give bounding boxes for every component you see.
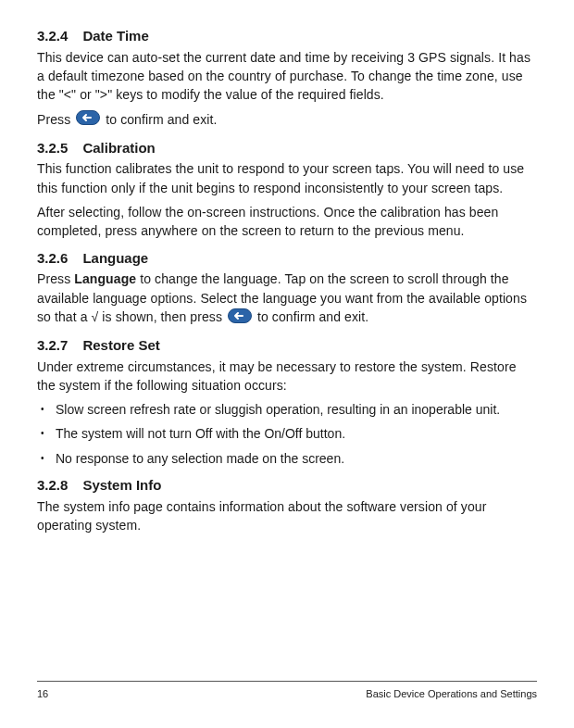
paragraph: After selecting, follow the on-screen in… [37, 203, 537, 241]
document-body: 3.2.4Date TimeThis device can auto-set t… [37, 26, 537, 534]
paragraph: This device can auto-set the current dat… [37, 48, 537, 105]
chapter-title: Basic Device Operations and Settings [366, 687, 537, 702]
page-footer: 16 Basic Device Operations and Settings [37, 681, 537, 702]
section-title: Language [82, 250, 148, 266]
bullet-item: The system will not turn Off with the On… [37, 424, 537, 443]
paragraph: The system info page contains informatio… [37, 497, 537, 535]
back-arrow-icon [228, 308, 252, 328]
section-heading: 3.2.8System Info [37, 475, 537, 496]
section-number: 3.2.8 [37, 475, 68, 496]
back-arrow-icon [76, 110, 100, 130]
bullet-list: Slow screen refresh rate or sluggish ope… [37, 400, 537, 468]
paragraph: This function calibrates the unit to res… [37, 159, 537, 197]
section-title: System Info [82, 477, 161, 493]
paragraph: Press Language to change the language. T… [37, 270, 537, 328]
section-heading: 3.2.7Restore Set [37, 335, 537, 356]
paragraph: Under extreme circumstances, it may be n… [37, 358, 537, 395]
page-number: 16 [37, 687, 48, 702]
bullet-item: Slow screen refresh rate or sluggish ope… [37, 400, 537, 419]
section-title: Date Time [82, 28, 148, 44]
section-heading: 3.2.5Calibration [37, 138, 537, 158]
section-heading: 3.2.4Date Time [37, 26, 537, 46]
bullet-item: No response to any selection made on the… [37, 449, 537, 468]
section-number: 3.2.4 [37, 26, 68, 46]
section-title: Calibration [82, 140, 155, 156]
bold-term: Language [74, 271, 136, 286]
section-title: Restore Set [82, 337, 159, 353]
paragraph: Press to confirm and exit. [37, 110, 537, 131]
section-heading: 3.2.6Language [37, 248, 537, 269]
section-number: 3.2.6 [37, 248, 68, 269]
section-number: 3.2.5 [37, 138, 68, 158]
section-number: 3.2.7 [37, 335, 68, 356]
